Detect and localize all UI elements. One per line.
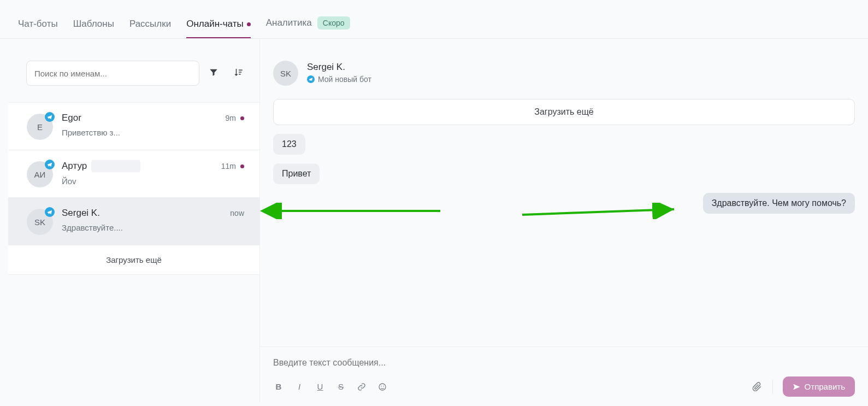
emoji-icon (378, 383, 387, 391)
search-row (8, 39, 259, 102)
sort-icon (234, 67, 244, 80)
load-more-label: Загрузить ещё (106, 255, 162, 264)
italic-icon: I (298, 382, 300, 391)
filter-button[interactable] (203, 62, 225, 84)
telegram-icon (45, 112, 55, 122)
conversation-time: 9m (226, 114, 244, 122)
telegram-icon (45, 207, 55, 217)
emoji-button[interactable] (377, 383, 388, 391)
dot-icon (247, 22, 251, 26)
sort-button[interactable] (228, 62, 250, 84)
telegram-icon (45, 160, 55, 169)
avatar: SK (273, 61, 298, 86)
tab-analytics[interactable]: Аналитика Скоро (266, 16, 350, 38)
tab-chatbots[interactable]: Чат-боты (18, 19, 58, 38)
italic-button[interactable]: I (294, 382, 305, 391)
conversation-list: E Egor 9m Приветствю з... (8, 102, 259, 275)
conversation-time: now (230, 209, 244, 217)
svg-point-2 (379, 384, 386, 390)
avatar-initials: SK (34, 217, 45, 227)
underline-icon: U (317, 382, 323, 391)
chat-pane: SK Sergei K. Мой новый бот Загрузить ещё… (259, 39, 868, 402)
telegram-icon (307, 75, 315, 83)
divider (772, 380, 773, 394)
conversation-item[interactable]: АИ Артур 11m Йov (8, 150, 259, 198)
tab-label: Онлайн-чаты (186, 19, 243, 30)
name-extra-chip (91, 160, 140, 172)
bold-button[interactable]: B (273, 382, 284, 391)
attach-button[interactable] (752, 382, 763, 392)
conversation-preview: Йov (62, 176, 244, 186)
message-in: Привет (273, 163, 320, 184)
dot-icon (240, 116, 244, 120)
badge-soon: Скоро (317, 16, 350, 30)
composer: B I U S Отправить (260, 346, 868, 402)
message-out: Здравствуйте. Чем могу помочь? (703, 193, 855, 214)
bold-icon: B (276, 382, 282, 391)
tab-label: Аналитика (266, 17, 312, 28)
conversation-name: Sergei K. (62, 208, 100, 219)
conversation-item[interactable]: SK Sergei K. now Здравствуйте.... (8, 198, 259, 245)
sidebar-load-more[interactable]: Загрузить ещё (8, 245, 259, 275)
conversation-time: 11m (221, 162, 244, 170)
message-in: 123 (273, 134, 305, 155)
conversation-preview: Здравствуйте.... (62, 223, 244, 232)
load-more-label: Загрузить ещё (534, 107, 593, 116)
tab-label: Рассылки (129, 19, 171, 30)
chat-load-more-button[interactable]: Загрузить ещё (273, 99, 855, 125)
svg-point-4 (383, 385, 384, 386)
link-button[interactable] (356, 383, 367, 391)
tab-label: Шаблоны (73, 19, 114, 30)
chat-header: SK Sergei K. Мой новый бот (260, 39, 868, 95)
avatar: SK (27, 209, 53, 235)
conversation-name: Артур (62, 161, 87, 172)
chat-bot-name: Мой новый бот (318, 75, 371, 84)
send-icon (793, 383, 800, 391)
send-button[interactable]: Отправить (783, 376, 855, 397)
avatar: E (27, 114, 53, 140)
search-input[interactable] (26, 61, 199, 86)
tab-broadcasts[interactable]: Рассылки (129, 19, 171, 38)
conversation-preview: Приветствю з... (62, 128, 244, 137)
conversation-name: Egor (62, 113, 81, 123)
chat-contact-name: Sergei K. (307, 62, 371, 73)
avatar-initials: АИ (34, 170, 46, 179)
paperclip-icon (752, 382, 762, 392)
underline-button[interactable]: U (315, 382, 326, 391)
conversation-item[interactable]: E Egor 9m Приветствю з... (8, 103, 259, 150)
strike-button[interactable]: S (335, 382, 346, 391)
avatar-initials: SK (280, 69, 291, 78)
send-label: Отправить (805, 382, 845, 391)
funnel-icon (209, 67, 219, 80)
strikethrough-icon: S (338, 382, 344, 391)
chat-body: Загрузить ещё 123 Привет Здравствуйте. Ч… (260, 95, 868, 346)
svg-point-3 (381, 385, 382, 386)
top-tabs: Чат-боты Шаблоны Рассылки Онлайн-чаты Ан… (0, 0, 868, 39)
conversation-sidebar: E Egor 9m Приветствю з... (8, 39, 259, 402)
dot-icon (240, 164, 244, 168)
tab-templates[interactable]: Шаблоны (73, 19, 114, 38)
tab-online-chats[interactable]: Онлайн-чаты (186, 19, 250, 38)
svg-line-1 (522, 209, 674, 215)
avatar: АИ (27, 161, 53, 187)
message-input[interactable] (273, 347, 855, 376)
link-icon (357, 383, 366, 391)
tab-label: Чат-боты (18, 19, 58, 30)
avatar-initials: E (37, 122, 43, 132)
